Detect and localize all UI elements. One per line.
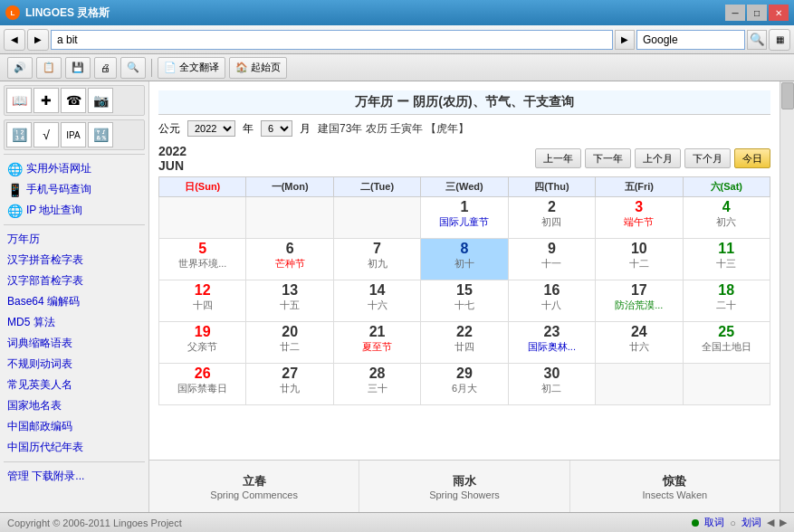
calendar-day-0-5[interactable]: 3端午节 bbox=[596, 197, 683, 239]
sidebar-item-6[interactable]: 不规则动词表 bbox=[4, 354, 145, 375]
calendar-day-2-0[interactable]: 12十四 bbox=[159, 280, 246, 322]
sidebar-item-4[interactable]: MD5 算法 bbox=[4, 312, 145, 333]
next-month-button[interactable]: 下个月 bbox=[684, 148, 731, 168]
sidebar-icon-plus[interactable]: ✚ bbox=[33, 88, 59, 113]
calendar-day-1-0[interactable]: 5世界环境... bbox=[159, 239, 246, 280]
google-search-button[interactable]: 🔍 bbox=[747, 30, 767, 50]
calendar-day-1-2[interactable]: 7初九 bbox=[333, 239, 420, 280]
print-button[interactable]: 🖨 bbox=[94, 57, 117, 79]
next-year-button[interactable]: 下一年 bbox=[585, 148, 631, 168]
year-select[interactable]: 2022 bbox=[187, 120, 235, 137]
calendar-day-3-0[interactable]: 19父亲节 bbox=[159, 322, 246, 364]
take-word-link[interactable]: 取词 bbox=[704, 516, 724, 529]
search-input[interactable] bbox=[51, 30, 613, 50]
calendar-day-0-0[interactable] bbox=[159, 197, 246, 239]
app-title: LINGOES 灵格斯 bbox=[25, 5, 725, 21]
calendar-day-1-3[interactable]: 8初十 bbox=[421, 239, 508, 280]
sidebar-item-5[interactable]: 词典缩略语表 bbox=[4, 333, 145, 354]
translate-button[interactable]: 📄 全文翻译 bbox=[158, 57, 225, 79]
calendar-day-4-4[interactable]: 30初二 bbox=[508, 364, 595, 405]
calendar-day-4-1[interactable]: 27廿九 bbox=[246, 364, 333, 405]
calendar-day-0-4[interactable]: 2初四 bbox=[508, 197, 595, 239]
prev-month-button[interactable]: 上个月 bbox=[635, 148, 681, 168]
nav-icon-1[interactable]: ◀ bbox=[767, 517, 774, 528]
sidebar-link-websites[interactable]: 🌐 实用外语网址 bbox=[4, 158, 145, 179]
day-number: 16 bbox=[512, 282, 592, 299]
calendar-day-2-6[interactable]: 18二十 bbox=[683, 280, 770, 322]
sidebar-item-2[interactable]: 汉字部首检字表 bbox=[4, 271, 145, 291]
calendar-day-4-0[interactable]: 26国际禁毒日 bbox=[159, 364, 246, 405]
sidebar-item-0[interactable]: 万年历 bbox=[4, 229, 145, 250]
sidebar-icon-calc[interactable]: 🔢 bbox=[6, 122, 32, 147]
day-sub: 夏至节 bbox=[337, 340, 417, 354]
calendar-day-1-1[interactable]: 6芒种节 bbox=[246, 239, 333, 280]
day-sub: 6月大 bbox=[424, 382, 504, 395]
sidebar-icon-camera[interactable]: 📷 bbox=[88, 88, 113, 113]
scrollbar[interactable] bbox=[780, 81, 794, 512]
calendar-day-2-5[interactable]: 17防治荒漠... bbox=[596, 280, 683, 322]
sidebar-icon-special[interactable]: 🔣 bbox=[88, 122, 113, 147]
sidebar-item-1[interactable]: 汉字拼音检字表 bbox=[4, 250, 145, 271]
sidebar-icon-sqrt[interactable]: √ bbox=[33, 122, 59, 147]
calendar-day-0-6[interactable]: 4初六 bbox=[683, 197, 770, 239]
find-button[interactable]: 🔍 bbox=[120, 57, 146, 79]
nav-icon-2[interactable]: ▶ bbox=[780, 517, 787, 528]
calendar-day-3-2[interactable]: 21夏至节 bbox=[333, 322, 420, 364]
sidebar-item-3[interactable]: Base64 编解码 bbox=[4, 291, 145, 312]
calendar-day-3-6[interactable]: 25全国土地日 bbox=[683, 322, 770, 364]
app-logo: L bbox=[5, 5, 20, 20]
sidebar-link-ip[interactable]: 🌐 IP 地址查询 bbox=[4, 200, 145, 221]
calendar-week-1: 5世界环境...6芒种节7初九8初十9十一10十二11十三 bbox=[159, 239, 770, 280]
calendar-day-1-6[interactable]: 11十三 bbox=[683, 239, 770, 280]
sidebar-divider-3 bbox=[4, 461, 145, 462]
back-button[interactable]: ◀ bbox=[4, 29, 25, 51]
options-button[interactable]: ▦ bbox=[769, 29, 790, 51]
calendar-week-4: 26国际禁毒日27廿九28三十296月大30初二 bbox=[159, 364, 770, 405]
today-button[interactable]: 今日 bbox=[734, 148, 770, 168]
copy-button[interactable]: 📋 bbox=[36, 57, 62, 79]
calendar-day-0-2[interactable] bbox=[333, 197, 420, 239]
calendar-day-2-1[interactable]: 13十五 bbox=[246, 280, 333, 322]
calendar-day-3-3[interactable]: 22廿四 bbox=[421, 322, 508, 364]
calendar-day-3-4[interactable]: 23国际奥林... bbox=[508, 322, 595, 364]
speaker-button[interactable]: 🔊 bbox=[7, 57, 33, 79]
calendar-day-4-6[interactable] bbox=[683, 364, 770, 405]
calendar-day-0-3[interactable]: 1国际儿童节 bbox=[421, 197, 508, 239]
col-tue: 二(Tue) bbox=[333, 177, 420, 197]
calendar-day-0-1[interactable] bbox=[246, 197, 333, 239]
calendar-day-4-5[interactable] bbox=[596, 364, 683, 405]
sidebar-icon-phone[interactable]: ☎ bbox=[61, 88, 86, 113]
month-select[interactable]: 6 bbox=[261, 120, 292, 137]
minimize-button[interactable]: ─ bbox=[725, 5, 745, 21]
day-sub: 十七 bbox=[424, 299, 504, 312]
day-number: 13 bbox=[249, 282, 330, 299]
calendar-day-4-2[interactable]: 28三十 bbox=[333, 364, 420, 405]
sidebar-icon-book[interactable]: 📖 bbox=[6, 88, 32, 113]
sidebar-item-9[interactable]: 中国邮政编码 bbox=[4, 416, 145, 437]
sidebar-icon-ipa[interactable]: IPA bbox=[61, 122, 86, 147]
google-input[interactable] bbox=[636, 30, 745, 50]
sidebar-footer[interactable]: 管理 下载附录... bbox=[4, 466, 145, 487]
calendar-day-1-4[interactable]: 9十一 bbox=[508, 239, 595, 280]
scroll-thumb[interactable] bbox=[781, 82, 794, 109]
calendar-week-0: 1国际儿童节2初四3端午节4初六 bbox=[159, 197, 770, 239]
save-button[interactable]: 💾 bbox=[65, 57, 91, 79]
prev-year-button[interactable]: 上一年 bbox=[535, 148, 581, 168]
calendar-day-2-2[interactable]: 14十六 bbox=[333, 280, 420, 322]
sidebar-link-mobile[interactable]: 📱 手机号码查询 bbox=[4, 179, 145, 200]
calendar-day-4-3[interactable]: 296月大 bbox=[421, 364, 508, 405]
calendar-day-2-3[interactable]: 15十七 bbox=[421, 280, 508, 322]
sidebar-item-10[interactable]: 中国历代纪年表 bbox=[4, 437, 145, 458]
calendar-day-3-1[interactable]: 20廿二 bbox=[246, 322, 333, 364]
sidebar-item-8[interactable]: 国家地名表 bbox=[4, 395, 145, 416]
calendar-day-3-5[interactable]: 24廿六 bbox=[596, 322, 683, 364]
maximize-button[interactable]: □ bbox=[747, 5, 767, 21]
calendar-day-1-5[interactable]: 10十二 bbox=[596, 239, 683, 280]
home-button[interactable]: 🏠 起始页 bbox=[229, 57, 287, 79]
close-button[interactable]: ✕ bbox=[769, 5, 789, 21]
forward-button[interactable]: ▶ bbox=[27, 29, 49, 51]
word-split-link[interactable]: 划词 bbox=[741, 516, 761, 529]
calendar-day-2-4[interactable]: 16十八 bbox=[508, 280, 595, 322]
search-go-button[interactable]: ▶ bbox=[615, 30, 635, 50]
sidebar-item-7[interactable]: 常见英美人名 bbox=[4, 375, 145, 395]
